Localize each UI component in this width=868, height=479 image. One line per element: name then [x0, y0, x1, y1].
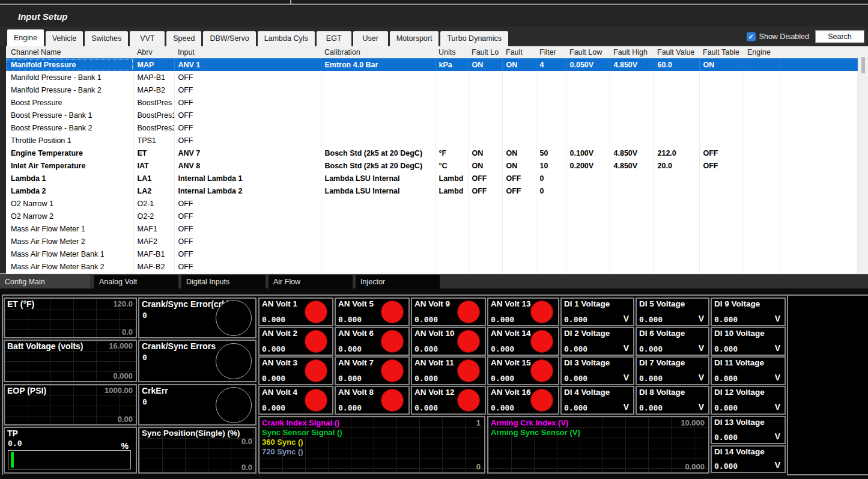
table-cell [654, 210, 699, 222]
tab-dbw-servo[interactable]: DBW/Servo [203, 31, 255, 46]
table-row[interactable]: Manifold PressureMAPANV 1Emtron 4.0 Bark… [6, 58, 858, 71]
table-row[interactable]: Boost PressureBoostPresOFF [6, 96, 858, 109]
channel-name-cell: Boost Pressure - Bank 1 [6, 109, 133, 121]
bottom-tab-digital-inputs[interactable]: Digital Inputs [181, 275, 266, 288]
table-cell [610, 260, 654, 273]
status-indicator-red [381, 301, 404, 323]
column-header-fault-low[interactable]: Fault Low [566, 46, 610, 58]
header-row: Channel NameAbrvInputCalibrationUnitsFau… [6, 46, 858, 58]
table-row[interactable]: Throttle Position 1TPS1OFF [6, 134, 858, 147]
table-cell [610, 185, 654, 197]
tab-lambda-cyls[interactable]: Lambda Cyls [258, 31, 315, 46]
an-volt-value: 0.000 [262, 403, 285, 412]
an-volt-cell: AN Volt 100.000 [411, 327, 486, 356]
table-cell [566, 71, 610, 84]
tab-turbo-dynamics[interactable]: Turbo Dynamics [440, 31, 508, 46]
table-row[interactable]: Manifold Pressure - Bank 2MAP-B2OFF [6, 84, 858, 96]
table-row[interactable]: Mass Air Flow Meter Bank 1MAF-B1OFF [6, 248, 858, 260]
an-volt-cell: AN Volt 50.000 [335, 297, 410, 326]
column-header-filter[interactable]: Filter [536, 46, 566, 58]
column-header-abrv[interactable]: Abrv [133, 46, 174, 58]
column-header-fault-value[interactable]: Fault Value [654, 46, 699, 58]
table-cell [468, 248, 502, 260]
table-cell: 20.0 [654, 159, 699, 172]
di-voltage-unit: V [624, 314, 629, 323]
column-header-calibration[interactable]: Calibration [321, 46, 435, 58]
an-volt-label: AN Volt 11 [414, 358, 454, 367]
table-cell: Lambd [435, 185, 468, 197]
tab-egt[interactable]: EGT [317, 31, 351, 46]
tab-user[interactable]: User [353, 31, 388, 46]
table-cell [566, 222, 610, 235]
table-row[interactable]: Manifold Pressure - Bank 1MAP-B1OFF [6, 71, 858, 84]
vertical-scrollbar[interactable] [858, 46, 868, 273]
table-row[interactable]: Mass Air Flow Meter 2MAF2OFF [6, 235, 858, 248]
table-cell: ON [468, 147, 502, 159]
column-header-fault-lo[interactable]: Fault Lo [468, 46, 502, 58]
column-header-fault-table[interactable]: Fault Table [699, 46, 744, 58]
table-cell [321, 96, 435, 109]
table-row[interactable]: Engine TemperatureETANV 7Bosch Std (2k5 … [6, 147, 858, 159]
tab-switches[interactable]: Switches [85, 31, 128, 46]
table-row[interactable]: Lambda 2LA2Internal Lambda 2Lambda LSU I… [6, 185, 858, 197]
channel-name-cell: Mass Air Flow Meter 2 [6, 235, 133, 248]
tab-vvt[interactable]: VVT [130, 31, 165, 46]
tab-vehicle[interactable]: Vehicle [46, 31, 83, 46]
an-volt-label: AN Volt 5 [338, 299, 374, 308]
table-row[interactable]: Boost Pressure - Bank 2BoostPres2OFF [6, 121, 858, 134]
table-cell: 10 [536, 159, 566, 172]
column-header-fault[interactable]: Fault [502, 46, 536, 58]
table-cell [780, 185, 858, 197]
tab-speed[interactable]: Speed [166, 31, 201, 46]
table-row[interactable]: Boost Pressure - Bank 1BoostPres1OFF [6, 109, 858, 121]
table-row[interactable]: Mass Air Flow Meter Bank 2MAF-B2OFF [6, 260, 858, 273]
bottom-tab-analog-volt[interactable]: Analog Volt [94, 275, 178, 288]
table-row[interactable]: O2 Narrow 1O2-1OFF [6, 197, 858, 210]
di-voltage-label: DI 2 Voltage [564, 329, 610, 338]
di-voltage-cell: DI 1 Voltage0.000V [560, 297, 634, 326]
table-cell [566, 84, 610, 96]
column-header-engine[interactable]: Engine [744, 46, 780, 58]
search-button[interactable]: Search [815, 30, 864, 43]
table-cell [610, 172, 654, 185]
scrollbar-thumb[interactable] [861, 57, 865, 73]
tab-engine[interactable]: Engine [7, 29, 44, 46]
table-cell [435, 84, 468, 96]
table-cell: Lambd [435, 172, 468, 185]
an-volt-label: AN Volt 9 [414, 299, 450, 308]
column-header-units[interactable]: Units [435, 46, 468, 58]
an-volt-value: 0.000 [414, 403, 438, 412]
show-disabled-checkbox[interactable]: ✓ Show Disabled [747, 32, 809, 41]
sync-position-max: 0.0 [241, 437, 252, 446]
table-cell [502, 96, 536, 109]
gauge-batt-label: Batt Voltage (volts) [7, 341, 83, 351]
table-cell: °C [435, 159, 468, 172]
table-cell: 0.200V [566, 159, 610, 172]
table-cell [610, 248, 654, 260]
splitter-line[interactable] [0, 4, 868, 5]
table-row[interactable]: Lambda 1LA1Internal Lambda 1Lambda LSU I… [6, 172, 858, 185]
table-cell [468, 71, 502, 84]
column-header-fault-high[interactable]: Fault High [610, 46, 654, 58]
table-cell [744, 121, 780, 134]
tab-motorsport[interactable]: Motorsport [390, 31, 439, 46]
table-row[interactable]: Inlet Air TemperatureIATANV 8Bosch Std (… [6, 159, 858, 172]
gauge-tp-unit: % [121, 441, 129, 451]
status-indicator-red [305, 389, 327, 412]
table-row[interactable]: O2 Narrow 2O2-2OFF [6, 210, 858, 222]
bottom-tab-config-main[interactable]: Config Main [0, 275, 90, 288]
table-cell: 212.0 [654, 147, 699, 159]
table-cell [468, 222, 502, 235]
di-voltage-unit: V [775, 314, 780, 323]
di-voltage-label: DI 8 Voltage [639, 388, 685, 397]
table-cell [468, 84, 502, 96]
checkbox-checked-icon[interactable]: ✓ [747, 32, 756, 41]
table-cell: ON [502, 159, 536, 172]
table-cell [435, 134, 468, 147]
bottom-tab-injector[interactable]: Injector [356, 275, 440, 288]
table-row[interactable]: Mass Air Flow Meter 1MAF1OFF [6, 222, 858, 235]
table-cell [654, 172, 699, 185]
column-header-channel-name[interactable]: Channel Name [6, 46, 133, 58]
column-header-input[interactable]: Input [174, 46, 321, 58]
bottom-tab-air-flow[interactable]: Air Flow [269, 275, 353, 288]
